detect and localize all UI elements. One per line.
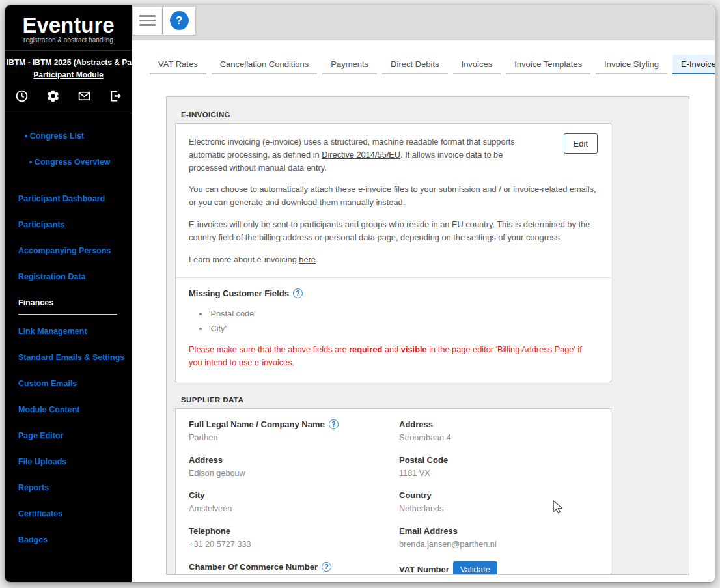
field-email-address: Email Address brenda.jansen@parthen.nl	[399, 525, 598, 552]
sidebar-item-accompanying-persons[interactable]: Accompanying Persons	[18, 245, 132, 257]
tab-e-invoice-settings[interactable]: E-Invoice Settings	[672, 55, 715, 74]
field-address-building: Address Edison gebouw	[189, 455, 399, 481]
warning-text-a: Please make sure that the above fields a…	[189, 344, 349, 354]
tab-payments[interactable]: Payments	[322, 55, 377, 74]
field-city: City Amstelveen	[189, 490, 399, 516]
sidebar-item-page-editor[interactable]: Page Editor	[18, 430, 132, 441]
sidebar-item-link-management[interactable]: Link Management	[18, 326, 132, 337]
tab-invoice-styling[interactable]: Invoice Styling	[596, 55, 667, 74]
tab-invoice-templates[interactable]: Invoice Templates	[506, 55, 590, 74]
sidebar-item-participant-dashboard[interactable]: Participant Dashboard	[18, 193, 132, 204]
company-name-help-icon[interactable]: ?	[329, 419, 339, 429]
validate-button[interactable]: Validate	[453, 561, 497, 575]
field-chamber-of-commerce: Chamber Of Commerce Number? -	[189, 561, 399, 575]
einvoicing-box: Electronic invoicing (e-invoice) uses a …	[175, 123, 611, 382]
field-telephone: Telephone +31 20 5727 333	[189, 525, 399, 552]
einvoicing-intro-text: Electronic invoicing (e-invoice) uses a …	[189, 135, 539, 174]
missing-fields-title: Missing Customer Fields ?	[189, 287, 598, 300]
brand-tagline: registration & abstract handling	[9, 36, 128, 44]
field-label: Email Address	[399, 525, 458, 537]
field-value: Netherlands	[399, 503, 598, 516]
field-vat-number: VAT NumberValidate NL808332673B01	[399, 561, 598, 575]
einvoicing-paragraph-3: E-invoices will only be sent to particip…	[189, 218, 598, 244]
field-label: Address	[189, 455, 223, 466]
missing-fields-list: 'Postal code' 'City'	[189, 307, 598, 335]
field-label: Address	[399, 419, 433, 430]
sidebar-item-congress-overview[interactable]: • Congress Overview	[29, 156, 132, 168]
learn-more-text: Learn more about e-invoicing	[189, 255, 299, 264]
missing-field-item: 'Postal code'	[209, 307, 598, 320]
supplier-section-title: SUPPLIER DATA	[181, 396, 689, 404]
congress-title: IBTM - IBTM 2025 (Abstracts & Par...	[5, 58, 132, 67]
field-value: Amstelveen	[189, 503, 399, 516]
field-value: Stroombaan 4	[399, 432, 598, 445]
top-bar: ?	[132, 5, 715, 40]
field-label: VAT Number	[399, 564, 449, 575]
sidebar-item-certificates[interactable]: Certificates	[18, 508, 132, 520]
history-clock-icon[interactable]	[15, 89, 29, 103]
missing-field-item: 'City'	[209, 322, 598, 335]
field-company-name: Full Legal Name / Company Name? Parthen	[189, 419, 399, 445]
directive-link[interactable]: Directive 2014/55/EU	[322, 150, 400, 160]
sidebar-item-finances[interactable]: Finances	[18, 297, 117, 315]
einvoicing-paragraph-2: You can choose to automatically attach t…	[189, 183, 598, 209]
tab-direct-debits[interactable]: Direct Debits	[382, 55, 447, 74]
sidebar-item-participants[interactable]: Participants	[18, 219, 132, 231]
email-envelope-icon[interactable]	[77, 89, 91, 103]
field-country: Country Netherlands	[399, 490, 598, 516]
field-label: Telephone	[189, 525, 230, 537]
field-value: +31 20 5727 333	[189, 539, 399, 552]
tab-cancellation-conditions[interactable]: Cancellation Conditions	[212, 55, 318, 74]
missing-fields-help-icon[interactable]: ?	[293, 288, 303, 298]
field-label: Postal Code	[399, 455, 448, 466]
einvoicing-learn-more: Learn more about e-invoicing here.	[189, 253, 598, 266]
logout-icon[interactable]	[109, 89, 122, 103]
learn-more-period: .	[316, 255, 318, 264]
missing-fields-warning: Please make sure that the above fields a…	[189, 343, 598, 369]
brand-block: Eventure registration & abstract handlin…	[5, 5, 132, 51]
sidebar-item-standard-emails-settings[interactable]: Standard Emails & Settings	[18, 352, 132, 363]
sidebar-icon-row	[5, 89, 132, 113]
learn-more-link[interactable]: here	[299, 255, 316, 264]
warning-bold-required: required	[349, 344, 382, 354]
content-area: VAT Rates Cancellation Conditions Paymen…	[132, 40, 715, 582]
tab-bar: VAT Rates Cancellation Conditions Paymen…	[150, 55, 715, 74]
field-label: City	[189, 490, 205, 501]
field-label: Chamber Of Commerce Number	[189, 561, 318, 572]
divider	[176, 277, 611, 278]
help-button[interactable]: ?	[163, 7, 195, 35]
field-value: Edison gebouw	[189, 468, 399, 481]
missing-fields-label: Missing Customer Fields	[189, 287, 289, 300]
sidebar-item-reports[interactable]: Reports	[18, 482, 132, 494]
sidebar-nav: • Congress List • Congress Overview Part…	[5, 113, 132, 560]
tab-vat-rates[interactable]: VAT Rates	[150, 55, 206, 74]
supplier-box: Full Legal Name / Company Name? Parthen …	[175, 408, 611, 575]
sidebar-item-module-content[interactable]: Module Content	[18, 404, 132, 415]
warning-text-mid: and	[382, 344, 400, 354]
field-label: Full Legal Name / Company Name	[189, 419, 325, 430]
tab-invoices[interactable]: Invoices	[453, 55, 501, 74]
field-value: -	[189, 574, 399, 575]
sidebar-item-file-uploads[interactable]: File Uploads	[18, 456, 132, 468]
sidebar-item-registration-data[interactable]: Registration Data	[18, 271, 132, 283]
participant-module-link[interactable]: Participant Module	[5, 70, 132, 79]
main-area: ? VAT Rates Cancellation Conditions Paym…	[132, 5, 715, 582]
sidebar-item-congress-list[interactable]: • Congress List	[25, 130, 132, 142]
sidebar-item-custom-emails[interactable]: Custom Emails	[18, 378, 132, 389]
app-window: Eventure registration & abstract handlin…	[5, 5, 715, 582]
einvoicing-section-title: E-INVOICING	[181, 111, 689, 119]
sidebar: Eventure registration & abstract handlin…	[5, 5, 132, 582]
field-address-street: Address Stroombaan 4	[399, 419, 598, 445]
field-value: brenda.jansen@parthen.nl	[399, 539, 598, 552]
field-value: Parthen	[189, 432, 399, 445]
hamburger-icon	[139, 12, 156, 29]
settings-gear-icon[interactable]	[46, 89, 60, 103]
menu-button[interactable]	[133, 7, 162, 35]
edit-button[interactable]: Edit	[564, 133, 598, 154]
chamber-help-icon[interactable]: ?	[322, 562, 331, 572]
settings-panel: E-INVOICING Electronic invoicing (e-invo…	[166, 96, 689, 575]
sidebar-item-badges[interactable]: Badges	[18, 534, 132, 546]
field-postal-code: Postal Code 1181 VX	[399, 455, 598, 481]
field-label: Country	[399, 490, 432, 501]
brand-logo: Eventure	[9, 14, 128, 36]
